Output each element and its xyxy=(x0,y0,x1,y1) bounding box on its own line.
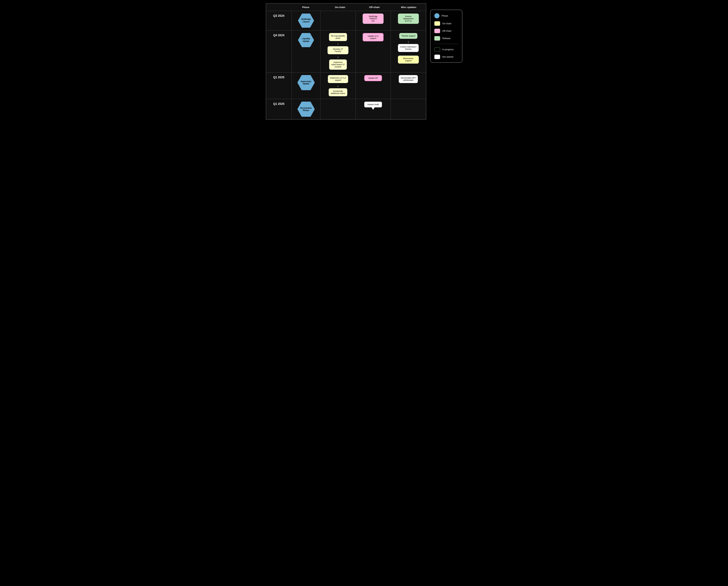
q1a-phase-content: SuperchainUpdate xyxy=(292,73,320,93)
q1a-label: Q1 2025 xyxy=(266,73,292,82)
legend-offchain-label: Off-chain xyxy=(442,30,451,32)
update-ui-node: Update UI to support xyxy=(363,33,384,42)
legend-notstarted: Not started xyxy=(434,55,458,59)
header-onchain: On-chain xyxy=(323,3,357,11)
q3-phase-content: SkyBridgeLaunch xyxy=(292,11,320,30)
superchain-hex-wrap: SuperchainUpdate xyxy=(297,75,315,90)
label-q3: Q3 2024 xyxy=(266,11,292,30)
row-q1-2025-superchain: Q1 2025 SuperchainUpdate xyxy=(266,73,426,99)
legend-release: Release xyxy=(434,36,458,41)
q1a-onchain-col: Implement L2<>L2support ↓ Incorporateadd… xyxy=(320,73,356,99)
custom-tokenized-node: Custom tokenized /themes xyxy=(398,44,419,52)
inverse-deployment-node: Inverse deployment(L2>L1) xyxy=(398,14,419,24)
liquidity-update-hex: LiquidityUpdate xyxy=(298,33,314,47)
q1b-label: Q1 2025 xyxy=(266,99,292,109)
arrow-down-themes: ↓ xyxy=(408,40,409,43)
q1b-offchain-content: Hacken Audit xyxy=(356,99,391,113)
legend-onchain: On-chain xyxy=(434,21,458,26)
q3-onchain-col xyxy=(320,11,356,30)
hacken-audit-wrap: Hacken Audit xyxy=(364,102,382,107)
row-q3-2024: Q3 2024 SkyBridgeLaunch xyxy=(266,11,426,30)
q1a-phase-col: SuperchainUpdate xyxy=(292,73,320,99)
arrow-down-2: ↓ xyxy=(337,55,339,58)
themes-support-node: Themes support xyxy=(399,33,417,39)
q1a-misc-content: Decentralize NFTwithdrawals xyxy=(391,73,426,86)
legend-release-icon xyxy=(434,36,440,41)
q1a-onchain-content: Implement L2<>L2support ↓ Incorporateadd… xyxy=(320,73,355,99)
legend-notstarted-icon xyxy=(434,55,440,59)
q3-offchain-content: SkyBridge Twitter/Xbot xyxy=(356,11,391,26)
skybridge-launch-label: SkyBridgeLaunch xyxy=(301,18,311,23)
q1a-offchain-content: Update API xyxy=(356,73,391,84)
legend-inprogress-label: In progress xyxy=(442,48,454,51)
label-q1a: Q1 2025 xyxy=(266,73,292,99)
row-q1-2025-relays: Q1 2025 DecentralizeRelays xyxy=(266,99,426,119)
legend-panel: Phase On-chain Off-chain Release In prog… xyxy=(430,10,462,63)
liquidity-update-label: LiquidityUpdate xyxy=(302,37,310,43)
relays-label: DecentralizeRelays xyxy=(300,107,312,111)
q3-misc-col: Inverse deployment(L2>L1) xyxy=(391,11,426,30)
basenames-node: Basenames support xyxy=(398,56,419,63)
roadmap-diagram: Phase On-chain Off-chain Misc updates Q3… xyxy=(266,3,426,119)
legend-inprogress: In progress xyxy=(434,47,458,52)
header-misc: Misc updates xyxy=(392,3,426,11)
q1b-phase-col: DecentralizeRelays xyxy=(292,99,320,119)
q3-offchain-col: SkyBridge Twitter/Xbot xyxy=(356,11,391,30)
arrow-down-l2: ↓ xyxy=(337,84,339,87)
label-q1b: Q1 2025 xyxy=(266,99,292,119)
l2l2-support-node: Implement L2<>L2support xyxy=(328,75,348,83)
decentralize-nft-node: Decentralize NFTwithdrawals xyxy=(399,75,418,83)
legend-phase: Phase xyxy=(434,13,458,18)
legend-offchain-icon xyxy=(434,29,440,33)
skybridge-launch-hex: SkyBridgeLaunch xyxy=(298,14,314,28)
relays-hex-wrap: DecentralizeRelays xyxy=(297,102,315,117)
legend-phase-label: Phase xyxy=(442,15,448,17)
legend-phase-icon xyxy=(434,13,440,18)
q4-offchain-content: Update UI to support xyxy=(356,30,391,44)
legend-inprogress-icon xyxy=(434,47,440,52)
q1a-offchain-col: Update API xyxy=(356,73,391,99)
label-q4: Q4 2024 xyxy=(266,30,292,73)
q3-misc-content: Inverse deployment(L2>L1) xyxy=(391,11,426,26)
header-empty xyxy=(266,3,289,11)
legend-onchain-label: On-chain xyxy=(442,22,451,25)
header-offchain: Off-chain xyxy=(357,3,392,11)
legend-notstarted-label: Not started xyxy=(442,56,453,58)
legend-release-label: Release xyxy=(442,37,450,39)
q1b-offchain-col: Hacken Audit xyxy=(356,99,391,119)
row-q4-2024: Q4 2024 LiquidityUpdate xyxy=(266,30,426,73)
q1b-onchain-content xyxy=(320,99,355,104)
q4-misc-content: Themes support ↓ Custom tokenized /theme… xyxy=(391,30,426,66)
remap-liquidity-node: Re-map liquiditypools xyxy=(329,33,347,41)
page-container: Phase On-chain Off-chain Misc updates Q3… xyxy=(266,3,462,119)
q4-offchain-col: Update UI to support xyxy=(356,30,391,73)
legend-onchain-icon xyxy=(434,21,440,26)
q3-onchain-content xyxy=(320,11,355,16)
q4-phase-col: LiquidityUpdate xyxy=(292,30,320,73)
legend-offchain: Off-chain xyxy=(434,29,458,33)
stake-lp-node: Implementstake-based LPrewards xyxy=(329,59,347,70)
q1a-misc-col: Decentralize NFTwithdrawals xyxy=(391,73,426,99)
q4-phase-content: LiquidityUpdate xyxy=(292,30,320,51)
q4-misc-col: Themes support ↓ Custom tokenized /theme… xyxy=(391,30,426,73)
hacken-audit-node: Hacken Audit xyxy=(364,102,382,107)
arrow-down-1: ↓ xyxy=(337,42,339,45)
diagram-header: Phase On-chain Off-chain Misc updates xyxy=(266,3,426,11)
twitter-bot-node: SkyBridge Twitter/Xbot xyxy=(363,14,384,24)
q4-onchain-col: Re-map liquiditypools ↓ Develop LP Facto… xyxy=(320,30,356,73)
q1b-misc-col xyxy=(391,99,426,119)
q3-phase-col: SkyBridgeLaunch xyxy=(292,11,320,30)
q1b-misc-content xyxy=(391,99,426,104)
develop-lp-node: Develop LP Factory xyxy=(328,46,348,54)
q4-label: Q4 2024 xyxy=(266,30,292,40)
q3-label: Q3 2024 xyxy=(266,11,292,21)
q4-onchain-content: Re-map liquiditypools ↓ Develop LP Facto… xyxy=(320,30,355,72)
q1b-phase-content: DecentralizeRelays xyxy=(292,99,320,119)
superchain-label: SuperchainUpdate xyxy=(301,80,311,85)
incorporate-chains-node: Incorporateadditional chains xyxy=(329,88,347,96)
header-phase: Phase xyxy=(289,3,323,11)
diagram-body: Q3 2024 SkyBridgeLaunch xyxy=(266,11,426,119)
q1b-onchain-col xyxy=(320,99,356,119)
update-api-node: Update API xyxy=(364,75,382,81)
